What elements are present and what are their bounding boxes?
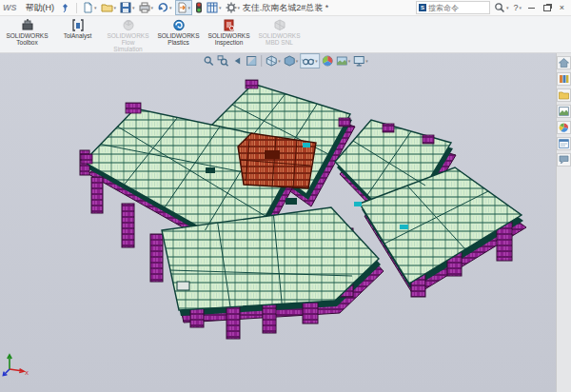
menu-help[interactable]: 帮助(H)	[22, 2, 59, 14]
dropdown-caret-icon: ▾	[151, 6, 154, 10]
solidworks-resources-button[interactable]	[557, 56, 571, 69]
options-button[interactable]: ▾	[225, 1, 242, 14]
model-3d-assembly[interactable]	[0, 51, 571, 392]
file-explorer-button[interactable]	[557, 88, 571, 102]
dropdown-caret-icon: ▾	[506, 6, 509, 10]
new-document-button[interactable]: ▾	[82, 1, 98, 14]
dropdown-caret-icon: ▾	[296, 59, 299, 64]
addins-ribbon: SOLIDWORKS Toolbox TolAnalyst SOLIDWORKS…	[0, 15, 571, 53]
zoom-to-fit-button[interactable]	[202, 54, 215, 68]
restore-button[interactable]	[541, 2, 553, 14]
dropdown-caret-icon: ▾	[132, 6, 135, 10]
triad-x-label: X	[25, 370, 29, 376]
ribbon-tolanalyst[interactable]: TolAnalyst	[52, 17, 103, 39]
search-button[interactable]: ▾	[493, 2, 510, 13]
ribbon-inspection[interactable]: SOLIDWORKS Inspection	[204, 17, 254, 46]
mbd-icon	[273, 18, 286, 32]
file-properties-button[interactable]: ▾	[206, 1, 223, 14]
hide-show-items-button[interactable]: ▾	[300, 53, 320, 69]
headsup-view-toolbar: ▾ ▾ ▾ ▾ ▾	[202, 53, 369, 69]
custom-properties-button[interactable]	[557, 137, 571, 150]
ribbon-solidworks-toolbox[interactable]: SOLIDWORKS Toolbox	[2, 17, 52, 46]
ribbon-plastics[interactable]: SOLIDWORKS Plastics	[153, 17, 204, 46]
zoom-to-area-button[interactable]	[216, 54, 229, 68]
solidworks-forum-button[interactable]	[557, 153, 571, 167]
pin-icon[interactable]	[61, 3, 69, 12]
close-button[interactable]: ×	[556, 2, 568, 14]
inspection-icon	[223, 18, 236, 32]
section-view-button[interactable]	[245, 54, 258, 68]
save-button[interactable]: ▾	[119, 1, 136, 14]
dropdown-caret-icon: ▾	[365, 59, 368, 64]
appearances-scenes-button[interactable]	[557, 121, 571, 134]
dropdown-caret-icon: ▾	[114, 6, 117, 10]
design-library-button[interactable]	[557, 72, 571, 86]
view-orientation-button[interactable]: ▾	[265, 54, 282, 68]
plastics-icon	[172, 18, 186, 32]
dropdown-caret-icon: ▾	[188, 6, 191, 10]
task-pane	[556, 51, 571, 392]
undo-button[interactable]: ▾	[156, 1, 173, 14]
ribbon-flow-simulation: SOLIDWORKS Flow Simulation	[103, 17, 153, 52]
tolanalyst-icon	[71, 18, 85, 32]
edit-appearance-button[interactable]	[321, 54, 334, 68]
toolbox-icon	[21, 18, 34, 32]
print-button[interactable]: ▾	[138, 1, 155, 14]
rebuild-button[interactable]	[194, 1, 204, 14]
minimize-button[interactable]	[525, 2, 538, 14]
solidworks-search-icon: S	[419, 4, 426, 11]
view-palette-button[interactable]	[557, 105, 571, 118]
open-button[interactable]: ▾	[100, 1, 118, 14]
toolbar-separator	[76, 3, 77, 13]
apply-scene-button[interactable]: ▾	[335, 54, 352, 68]
restore-icon	[543, 5, 551, 11]
model-core-red	[238, 133, 316, 188]
solidworks-logo: WS	[3, 3, 17, 12]
quick-access-toolbar: ▾ ▾ ▾ ▾ ▾ ▾ ▾ ▾	[81, 0, 242, 15]
flow-simulation-icon	[122, 18, 135, 32]
graphics-viewport[interactable]: ▾ ▾ ▾ ▾ ▾	[0, 51, 571, 392]
minimize-icon	[528, 8, 535, 9]
previous-view-button[interactable]	[230, 54, 244, 68]
toolbar-separator	[261, 55, 262, 67]
dropdown-caret-icon: ▾	[238, 6, 241, 10]
dropdown-caret-icon: ▾	[278, 59, 281, 64]
dropdown-caret-icon: ▾	[519, 6, 522, 10]
display-style-button[interactable]: ▾	[283, 54, 300, 68]
dropdown-caret-icon: ▾	[348, 59, 351, 64]
ribbon-mbd-snl: SOLIDWORKS MBD SNL	[254, 17, 305, 46]
dropdown-caret-icon: ▾	[315, 59, 318, 64]
search-input[interactable]	[428, 4, 487, 12]
view-settings-button[interactable]: ▾	[352, 54, 369, 68]
reference-triad: X	[2, 352, 30, 377]
title-bar: WS 帮助(H) ▾ ▾ ▾ ▾ ▾ ▾	[0, 0, 571, 16]
titlebar-right-group: S ▾ ? ▾ ×	[416, 1, 568, 14]
search-box[interactable]: S	[416, 1, 490, 14]
dropdown-caret-icon: ▾	[219, 6, 222, 10]
help-button[interactable]: ? ▾	[512, 3, 522, 12]
dropdown-caret-icon: ▾	[169, 6, 172, 10]
document-title: 友佳.欣南名城2#总装 *	[243, 2, 329, 14]
edit-document-button[interactable]: ▾	[175, 0, 193, 15]
dropdown-caret-icon: ▾	[94, 6, 97, 10]
